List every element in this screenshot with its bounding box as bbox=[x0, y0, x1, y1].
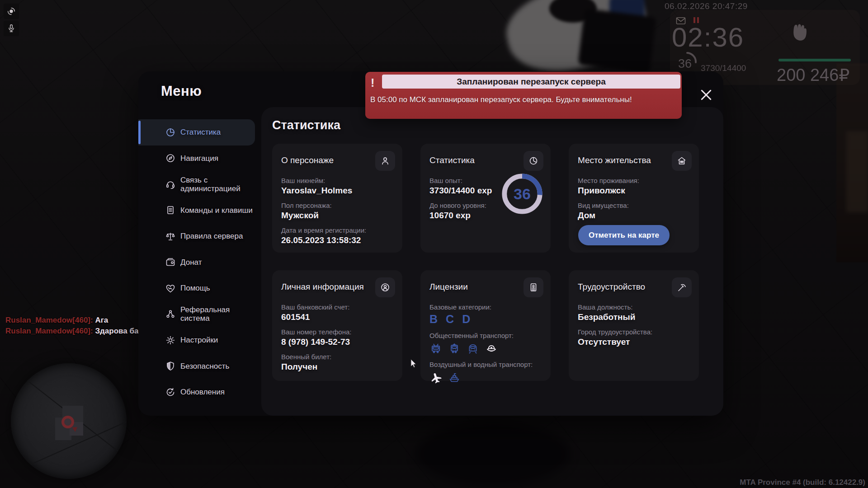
gear-icon bbox=[165, 334, 177, 346]
field-label: Дата и время регистрации: bbox=[281, 226, 393, 234]
sidebar-item-navigation[interactable]: Навигация bbox=[138, 145, 255, 172]
hud-health-bar bbox=[778, 59, 851, 61]
field-label: Город трудоустройства: bbox=[578, 328, 690, 336]
field-value: 3730/14400 exp bbox=[429, 186, 509, 196]
active-indicator bbox=[138, 121, 141, 144]
sidebar-item-label: Связь с администрацией bbox=[180, 176, 255, 193]
pickaxe-icon bbox=[672, 277, 692, 297]
fist-icon bbox=[787, 21, 811, 47]
field-value: Мужской bbox=[281, 211, 393, 221]
sidebar-item-statistics[interactable]: Статистика bbox=[138, 119, 255, 145]
notification-title: Запланирован перезапуск сервера bbox=[457, 77, 606, 87]
notification-body: В 05:00 по МСК запланирован перезапуск с… bbox=[370, 95, 678, 104]
field-label: Вид имущества: bbox=[578, 202, 690, 209]
card-statistics: Статистика Ваш опыт:3730/14400 exp До но… bbox=[420, 144, 551, 253]
sidebar-item-label: Настройки bbox=[180, 336, 218, 344]
card-employment: Трудоустройство Ваша должность:Безработн… bbox=[569, 270, 699, 381]
field-label: Место проживания: bbox=[578, 177, 690, 184]
sidebar-item-donate[interactable]: Донат bbox=[138, 249, 255, 276]
close-icon bbox=[698, 87, 714, 103]
compass-icon bbox=[165, 152, 177, 164]
license-category-d: D bbox=[462, 313, 470, 326]
field-value: Получен bbox=[281, 362, 393, 372]
close-button[interactable] bbox=[698, 87, 714, 103]
id-card-icon bbox=[524, 277, 543, 297]
card-title: Статистика bbox=[429, 155, 475, 165]
license-category-b: B bbox=[429, 313, 438, 326]
chat-message: Ага bbox=[95, 316, 108, 324]
field: Город трудоустройства:Отсутствует bbox=[578, 328, 690, 347]
field: Ваш никнейм:Yaroslav_Holmes bbox=[281, 177, 393, 196]
tram-icon bbox=[448, 342, 461, 355]
notification-header: Запланирован перезапуск сервера bbox=[382, 75, 680, 89]
minimap bbox=[11, 363, 127, 479]
field-value: Yaroslav_Holmes bbox=[281, 186, 393, 196]
mark-on-map-button[interactable]: Отметить на карте bbox=[578, 225, 670, 245]
sidebar-item-label: Статистика bbox=[180, 128, 221, 136]
card-title: О персонаже bbox=[281, 155, 334, 165]
minimap-player-marker bbox=[61, 416, 74, 428]
sidebar-item-label: Правила сервера bbox=[180, 232, 243, 240]
field-label: До нового уровня: bbox=[429, 202, 509, 209]
sidebar-item-referral[interactable]: Реферальная система bbox=[138, 301, 255, 328]
licenses-public-label: Общественный транспорт: bbox=[429, 332, 542, 339]
sidebar-item-label: Команды и клавиши bbox=[180, 206, 253, 215]
sidebar-item-label: Навигация bbox=[180, 154, 218, 163]
field-label: Ваш банковский счет: bbox=[281, 303, 393, 311]
sidebar-item-label: Помощь bbox=[180, 284, 210, 292]
sidebar-item-settings[interactable]: Настройки bbox=[138, 327, 255, 353]
card-about-character: О персонаже Ваш никнейм:Yaroslav_Holmes … bbox=[272, 144, 402, 253]
sidebar-item-commands-keys[interactable]: Команды и клавиши bbox=[138, 197, 255, 224]
sidebar-item-label: Донат bbox=[180, 258, 202, 267]
field-value: Безработный bbox=[578, 312, 690, 322]
field-label: Ваш опыт: bbox=[429, 177, 509, 184]
level-value: 36 bbox=[500, 172, 544, 216]
field: Ваш банковский счет:601541 bbox=[281, 303, 393, 322]
pie-chart-icon bbox=[165, 127, 177, 138]
scales-icon bbox=[165, 230, 177, 242]
field: Вид имущества:Дом bbox=[578, 202, 690, 221]
record-icon bbox=[4, 4, 19, 19]
license-categories: B C D bbox=[429, 313, 542, 326]
pie-chart-icon bbox=[524, 151, 543, 171]
plane-icon bbox=[428, 369, 443, 385]
licenses-air-label: Воздушный и водный транспорт: bbox=[429, 361, 542, 368]
trolleybus-icon bbox=[429, 342, 442, 355]
field: До нового уровня:10670 exp bbox=[429, 202, 509, 221]
field-label: Пол персонажа: bbox=[281, 202, 393, 209]
headset-icon bbox=[165, 178, 177, 190]
sidebar-item-security[interactable]: Безопасность bbox=[138, 353, 255, 380]
sidebar-item-help[interactable]: Помощь bbox=[138, 275, 255, 301]
field-value: 10670 exp bbox=[429, 211, 509, 221]
card-personal-info: Личная информация Ваш банковский счет:60… bbox=[272, 270, 402, 381]
content-pane: Статистика О персонаже Ваш никнейм:Yaros… bbox=[261, 107, 723, 416]
person-icon bbox=[375, 151, 395, 171]
field: Пол персонажа:Мужской bbox=[281, 202, 393, 221]
field: Дата и время регистрации:26.05.2023 13:5… bbox=[281, 226, 393, 245]
field-label: Ваш никнейм: bbox=[281, 177, 393, 184]
field-value: 8 (978) 149-52-73 bbox=[281, 337, 393, 347]
sidebar-item-label: Безопасность bbox=[180, 362, 229, 371]
menu-panel: Меню Статистика Навигация Связь с админи… bbox=[138, 71, 723, 416]
sidebar-item-updates[interactable]: Обновления bbox=[138, 379, 255, 405]
hud-level: 36 bbox=[678, 57, 692, 71]
sidebar-item-label: Обновления bbox=[180, 388, 225, 396]
card-title: Лицензии bbox=[429, 282, 468, 292]
network-icon bbox=[165, 308, 177, 320]
sidebar-item-server-rules[interactable]: Правила сервера bbox=[138, 223, 255, 249]
field-label: Военный билет: bbox=[281, 353, 393, 361]
exclamation-icon: ! bbox=[371, 76, 374, 89]
sidebar-nav: Статистика Навигация Связь с администрац… bbox=[138, 119, 255, 405]
sidebar-item-admin-contact[interactable]: Связь с администрацией bbox=[138, 171, 255, 197]
licenses-base-label: Базовые категории: bbox=[429, 303, 542, 311]
home-icon bbox=[672, 151, 692, 171]
metro-icon bbox=[467, 342, 479, 355]
field-value: Дом bbox=[578, 211, 690, 221]
menu-title: Меню bbox=[161, 83, 202, 99]
level-progress-ring: 36 bbox=[500, 172, 544, 216]
license-category-c: C bbox=[446, 313, 454, 326]
public-transport-licenses bbox=[429, 342, 542, 355]
ship-icon bbox=[448, 371, 461, 384]
heart-handshake-icon bbox=[165, 282, 177, 294]
server-watermark: MTA Province #4 (build: 6.12422.9) bbox=[740, 478, 865, 487]
